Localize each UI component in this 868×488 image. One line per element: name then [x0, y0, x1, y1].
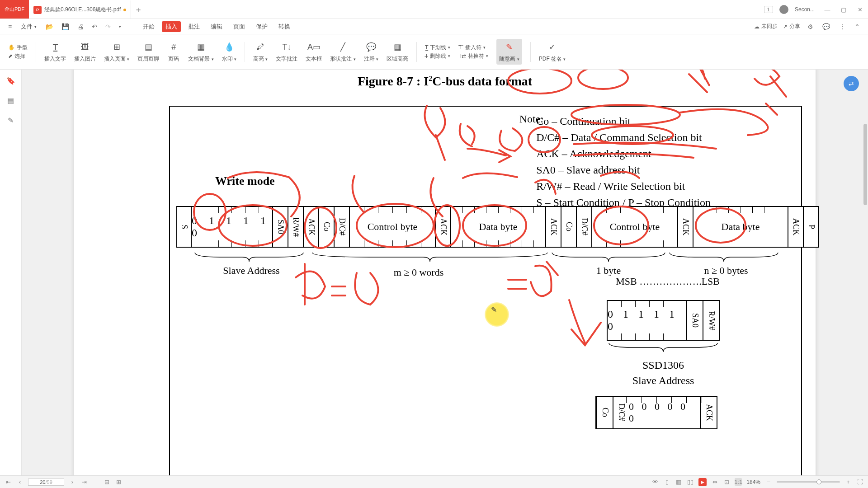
vertical-scrollbar[interactable] — [863, 70, 867, 475]
freehand-button[interactable]: ✎随意画 ▾ — [496, 39, 522, 65]
header-footer-button[interactable]: ▤页眉页脚 — [137, 41, 159, 63]
thumbnail-panel-icon[interactable]: ▤ — [5, 95, 16, 106]
watermark-button[interactable]: 💧水印 ▾ — [222, 41, 236, 63]
annotation-panel-icon[interactable]: ✎ — [5, 115, 16, 126]
insert-char-button[interactable]: Tˇ插入符 ▾ — [458, 44, 488, 52]
watermark-icon: 💧 — [223, 41, 236, 53]
select-tool[interactable]: ⬈选择 — [8, 52, 28, 60]
tab-title: 经典款0.96OLE...306规格书.pdf — [44, 6, 121, 14]
convert-float-button[interactable]: ⇄ — [844, 76, 859, 91]
text-annotation-button[interactable]: T↓文字批注 — [276, 41, 297, 63]
cell-ack-1: ACK — [304, 206, 319, 248]
menu-protect[interactable]: 保护 — [252, 21, 271, 32]
view-continuous-icon[interactable]: ▥ — [675, 479, 682, 485]
hamburger-icon[interactable]: ≡ — [6, 22, 14, 32]
cell-dc-2: D/C# — [577, 206, 592, 248]
collapse-ribbon-icon[interactable]: ⌃ — [853, 22, 862, 32]
zoom-value: 184% — [746, 479, 760, 485]
undo-icon[interactable]: ↶ — [90, 22, 99, 32]
unsaved-indicator-icon — [123, 9, 126, 11]
pdf-sign-button[interactable]: ✓PDF 签名 ▾ — [539, 41, 566, 63]
doc-bg-button[interactable]: ▦文档背景 ▾ — [188, 41, 213, 63]
insert-text-button[interactable]: T̲插入文字 — [44, 41, 66, 63]
menu-page[interactable]: 页面 — [230, 21, 249, 32]
more-icon[interactable]: ⋮ — [837, 22, 847, 32]
menu-convert[interactable]: 转换 — [275, 21, 294, 32]
share-button[interactable]: ↗分享 — [783, 23, 800, 30]
background-icon: ▦ — [195, 41, 208, 53]
replace-char-button[interactable]: T⇄替换符 ▾ — [458, 52, 488, 60]
print-icon[interactable]: 🖨 — [75, 22, 85, 32]
prev-page-button[interactable]: ‹ — [16, 479, 24, 485]
shape-annotation-button[interactable]: ╱形状批注 ▾ — [330, 41, 355, 63]
cell-control-byte-1: Control byte — [350, 206, 436, 248]
header-footer-icon: ▤ — [142, 41, 155, 53]
line-icon: ╱ — [337, 41, 349, 53]
save-icon[interactable]: 💾 — [60, 22, 71, 32]
textbox-icon: A▭ — [307, 41, 320, 53]
next-page-button[interactable]: › — [69, 479, 76, 485]
page-plus-icon: ⊞ — [110, 41, 123, 53]
eye-mode-icon[interactable]: 👁 — [651, 479, 659, 485]
page-collapse-icon[interactable]: ⊞ — [115, 479, 122, 485]
highlight-button[interactable]: 🖍高亮 ▾ — [253, 41, 268, 63]
last-page-button[interactable]: ⇥ — [80, 479, 88, 485]
view-double-icon[interactable]: ▯▯ — [687, 479, 694, 485]
minimize-button[interactable]: — — [819, 0, 835, 19]
strikethrough-button[interactable]: T̶删除线 ▾ — [425, 52, 450, 60]
fullscreen-icon[interactable]: ⛶ — [856, 479, 863, 485]
sync-status[interactable]: ☁未同步 — [754, 23, 778, 30]
page-number-button[interactable]: #页码 — [167, 41, 180, 63]
cell-addr-bits: 0 1 1 1 1 0 — [192, 206, 273, 248]
menu-insert[interactable]: 插入 — [162, 21, 181, 32]
user-avatar-icon[interactable] — [779, 5, 788, 14]
file-menu[interactable]: 文件▾ — [18, 21, 39, 32]
page-expand-icon[interactable]: ⊟ — [103, 479, 110, 485]
area-highlight-button[interactable]: ▦区域高亮 — [387, 41, 408, 63]
brace-n-bytes: n ≥ 0 bytes — [685, 265, 767, 277]
feedback-icon[interactable]: 💬 — [821, 22, 832, 32]
settings-icon[interactable]: ⚙ — [806, 22, 815, 32]
cell-co-2: Co — [561, 206, 577, 248]
page-number-input[interactable]: 20/59 — [28, 479, 64, 486]
first-page-button[interactable]: ⇤ — [5, 479, 12, 485]
zoom-in-button[interactable]: + — [844, 479, 852, 485]
menu-edit[interactable]: 编辑 — [207, 21, 226, 32]
redo-icon[interactable]: ↷ — [104, 22, 113, 32]
underline-button[interactable]: T̲下划线 ▾ — [425, 44, 450, 52]
cell-sa0: SA0 — [273, 206, 288, 248]
new-tab-button[interactable]: ＋ — [131, 0, 146, 19]
figure-title: Figure 8-7 : I2C-bus data format — [74, 74, 816, 89]
fit-width-icon[interactable]: ⇔ — [711, 479, 718, 485]
hand-tool[interactable]: ✋手型 — [8, 44, 28, 52]
menu-annotate[interactable]: 批注 — [184, 21, 203, 32]
note-button[interactable]: 💬注释 ▾ — [364, 41, 378, 63]
zoom-out-button[interactable]: − — [765, 479, 772, 485]
zoom-slider[interactable] — [777, 481, 840, 483]
cell-data-byte-1: Data byte — [451, 206, 546, 248]
close-button[interactable]: ✕ — [852, 0, 868, 19]
menu-start[interactable]: 开始 — [139, 21, 158, 32]
quick-access-dropdown-icon[interactable]: ▾ — [117, 23, 123, 30]
ssd-label-2: Slave Address — [607, 373, 720, 389]
maximize-button[interactable]: ▢ — [835, 0, 852, 19]
slideshow-button[interactable]: ▶ — [698, 478, 707, 486]
cell-ack-2: ACK — [436, 206, 451, 248]
write-mode-label: Write mode — [215, 174, 275, 188]
bookmark-panel-icon[interactable]: 🔖 — [5, 75, 16, 86]
command-byte-row: Co D/C# 0 0 0 0 0 0 ACK — [595, 396, 717, 429]
insert-image-button[interactable]: 🖼插入图片 — [74, 41, 96, 63]
view-single-icon[interactable]: ▯ — [663, 479, 670, 485]
window-count-badge[interactable]: 1 — [764, 6, 773, 13]
open-folder-icon[interactable]: 📂 — [44, 22, 55, 32]
actual-size-icon[interactable]: 1:1 — [735, 478, 742, 486]
brace-slave-addr: Slave Address — [202, 265, 301, 277]
cell-data-byte-2: Data byte — [693, 206, 788, 248]
fit-page-icon[interactable]: ⊡ — [723, 479, 730, 485]
pdf-page-content[interactable]: Figure 8-7 : I2C-bus data format Note: C… — [74, 70, 816, 475]
textbox-button[interactable]: A▭文本框 — [306, 41, 322, 63]
user-label[interactable]: Secon... — [795, 6, 815, 13]
document-tab[interactable]: P 经典款0.96OLE...306规格书.pdf — [29, 0, 131, 19]
insert-page-button[interactable]: ⊞插入页面 ▾ — [104, 41, 129, 63]
highlight-icon: 🖍 — [254, 41, 267, 53]
